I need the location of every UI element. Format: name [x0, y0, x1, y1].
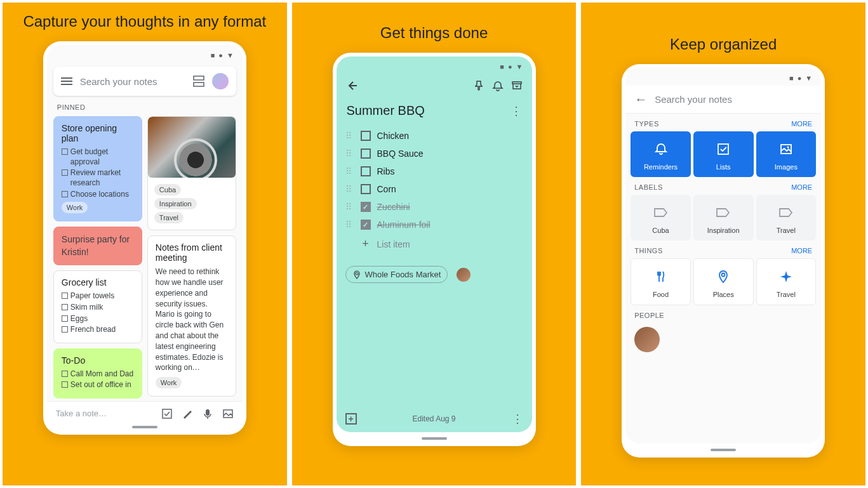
tile-images[interactable]: Images: [756, 131, 817, 177]
checkbox-icon[interactable]: [161, 408, 173, 419]
view-toggle-icon[interactable]: [193, 76, 204, 87]
drag-handle-icon[interactable]: ⠿: [345, 148, 354, 159]
checkbox-icon: [716, 140, 730, 158]
phone-3: ■●▼ ← Search your notes TYPESMORE Remind…: [622, 64, 825, 458]
label-icon: [653, 204, 669, 221]
brush-icon[interactable]: [182, 408, 193, 419]
checkbox[interactable]: [361, 166, 371, 176]
image-icon[interactable]: [222, 408, 234, 419]
tile-label-cuba[interactable]: Cuba: [631, 195, 691, 241]
list-item[interactable]: ⠿Ribs: [343, 162, 526, 180]
note-todo[interactable]: To-Do Call Mom and Dad Set out of office…: [53, 348, 142, 399]
bottom-toolbar: Take a note…: [47, 401, 243, 421]
section-types: TYPES: [634, 120, 659, 128]
panel-keep-organized: Keep organized ■●▼ ← Search your notes T…: [581, 3, 865, 485]
status-icons: ■●▼: [789, 74, 812, 82]
add-button[interactable]: +: [345, 413, 357, 425]
svg-rect-1: [194, 82, 204, 86]
status-icons: ■●▼: [500, 63, 523, 70]
note-title[interactable]: Summer BBQ: [347, 103, 511, 118]
reminder-icon[interactable]: [491, 79, 504, 92]
svg-rect-2: [163, 409, 171, 418]
list-item[interactable]: ⠿Chicken: [343, 127, 526, 145]
section-things: THINGS: [634, 247, 663, 254]
bell-icon: [654, 140, 668, 158]
search-bar[interactable]: Search your notes: [53, 67, 236, 96]
avatar[interactable]: [212, 73, 229, 89]
checkbox[interactable]: [361, 184, 371, 194]
more-menu-icon[interactable]: ⋮: [511, 104, 522, 118]
people-avatar[interactable]: [634, 327, 660, 352]
pin-icon[interactable]: [472, 79, 485, 92]
panel-get-things-done: Get things done ■●▼ Summer BBQ ⋮ ⠿Chicke…: [292, 3, 577, 485]
label-icon: [716, 204, 731, 221]
tile-places[interactable]: Places: [693, 258, 754, 305]
list-item[interactable]: ⠿Zucchini: [343, 198, 526, 216]
tile-reminders[interactable]: Reminders: [631, 131, 691, 177]
image-icon: [779, 140, 793, 158]
drag-handle-icon[interactable]: ⠿: [345, 202, 354, 212]
archive-icon[interactable]: [511, 79, 523, 92]
heading-2: Get things done: [368, 23, 500, 43]
location-chip[interactable]: Whole Foods Market: [345, 266, 448, 283]
note-surprise[interactable]: Surprise party for Kristin!: [53, 227, 142, 265]
note-toolbar: [337, 74, 532, 97]
note-store-plan[interactable]: Store opening plan Get budget approval R…: [53, 116, 142, 221]
search-placeholder: Search your notes: [80, 76, 185, 87]
edited-label: Edited Aug 9: [357, 414, 512, 423]
tile-label-travel[interactable]: Travel: [756, 195, 817, 241]
plus-icon: +: [361, 237, 371, 251]
tile-label-inspiration[interactable]: Inspiration: [693, 195, 754, 241]
take-note-input[interactable]: Take a note…: [56, 409, 152, 418]
list-item[interactable]: ⠿Aluminum foil: [343, 216, 526, 234]
note-image[interactable]: Cuba Inspiration Travel: [147, 116, 236, 230]
notes-grid: Store opening plan Get budget approval R…: [47, 114, 243, 401]
back-icon[interactable]: ←: [634, 92, 647, 107]
section-people: PEOPLE: [634, 312, 664, 319]
collaborator-avatar[interactable]: [457, 268, 471, 282]
note-client-meeting[interactable]: Notes from client meeting We need to ret…: [147, 235, 236, 397]
drag-handle-icon[interactable]: ⠿: [345, 220, 354, 230]
more-link[interactable]: MORE: [791, 247, 812, 254]
pinned-label: PINNED: [47, 101, 243, 114]
search-placeholder: Search your notes: [655, 94, 812, 105]
heading-3: Keep organized: [657, 34, 789, 54]
home-indicator: [711, 449, 736, 451]
more-menu-icon[interactable]: ⋮: [512, 412, 523, 426]
plane-icon: [779, 268, 793, 286]
list-item[interactable]: ⠿Corn: [343, 180, 526, 198]
label-icon: [778, 204, 794, 221]
note-grocery[interactable]: Grocery list Paper towels Skim milk Eggs…: [53, 270, 142, 343]
svg-rect-0: [194, 76, 204, 80]
checklist: ⠿Chicken ⠿BBQ Sauce ⠿Ribs ⠿Corn ⠿Zucchin…: [337, 124, 532, 257]
drag-handle-icon[interactable]: ⠿: [345, 131, 354, 141]
list-item[interactable]: ⠿BBQ Sauce: [343, 145, 526, 162]
back-icon[interactable]: [345, 79, 358, 92]
drag-handle-icon[interactable]: ⠿: [345, 184, 354, 194]
tile-food[interactable]: Food: [631, 258, 691, 305]
note-bottom-bar: + Edited Aug 9 ⋮: [337, 406, 532, 432]
home-indicator: [132, 426, 157, 428]
section-labels: LABELS: [634, 183, 663, 191]
location-pin-icon: [352, 270, 361, 279]
tile-travel[interactable]: Travel: [756, 258, 817, 305]
checkbox[interactable]: [361, 148, 371, 159]
phone-1: ■●▼ Search your notes PINNED Store openi…: [43, 41, 246, 435]
svg-rect-5: [512, 82, 521, 84]
add-list-item[interactable]: +List item: [343, 234, 526, 254]
menu-icon[interactable]: [61, 77, 72, 85]
drag-handle-icon[interactable]: ⠿: [345, 166, 354, 176]
more-link[interactable]: MORE: [791, 120, 812, 128]
more-link[interactable]: MORE: [791, 183, 812, 191]
tile-lists[interactable]: Lists: [693, 131, 754, 177]
checkbox-checked[interactable]: [361, 202, 371, 212]
svg-rect-6: [718, 144, 728, 154]
checkbox-checked[interactable]: [361, 220, 371, 230]
chip-work[interactable]: Work: [62, 202, 88, 213]
checkbox[interactable]: [361, 131, 371, 141]
svg-point-8: [787, 147, 789, 148]
location-pin-icon: [716, 268, 730, 286]
mic-icon[interactable]: [202, 408, 213, 419]
food-icon: [654, 268, 668, 286]
search-bar[interactable]: ← Search your notes: [625, 86, 821, 114]
